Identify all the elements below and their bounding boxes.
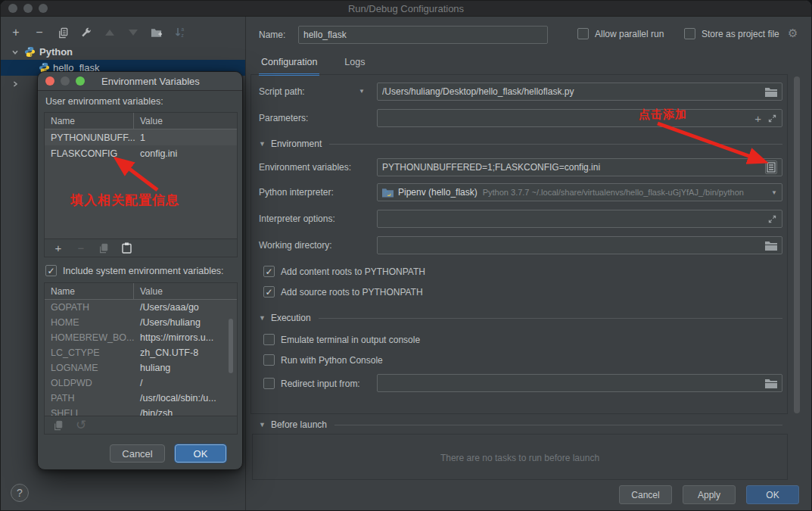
popup-minimize-button[interactable]: [61, 76, 70, 86]
python-interpreter-detail: Python 3.7.7 ~/.local/share/virtualenvs/…: [483, 188, 771, 197]
run-with-python-console-checkbox[interactable]: Run with Python Console: [263, 354, 383, 366]
run-with-python-console-label: Run with Python Console: [281, 355, 383, 366]
edit-environment-variables-button[interactable]: [765, 160, 777, 174]
table-row[interactable]: GOPATH/Users/aaa/go: [45, 300, 237, 315]
python-interpreter-value: Pipenv (hello_flask): [398, 187, 478, 198]
add-content-roots-checkbox[interactable]: ✓ Add content roots to PYTHONPATH: [263, 266, 425, 277]
working-directory-label: Working directory:: [259, 240, 331, 251]
popup-cancel-button[interactable]: Cancel: [110, 444, 165, 463]
include-system-vars-checkbox[interactable]: ✓ Include system environment variables:: [45, 265, 224, 276]
script-path-label: Script path:: [259, 86, 305, 97]
system-vars-toolbar: ↺: [45, 416, 237, 434]
browse-folder-icon[interactable]: [765, 379, 777, 388]
redirect-input-input[interactable]: [377, 374, 782, 392]
checkbox-icon: [263, 334, 275, 345]
table-row[interactable]: PATH/usr/local/sbin:/u...: [45, 391, 237, 406]
name-column-header[interactable]: Name: [45, 113, 134, 129]
environment-variables-input[interactable]: PYTHONUNBUFFERED=1;FLASKCONFIG=config.in…: [377, 158, 782, 176]
popup-zoom-button[interactable]: [76, 76, 85, 86]
chevron-right-icon[interactable]: [10, 80, 20, 88]
help-button[interactable]: ?: [11, 484, 29, 502]
tab-logs[interactable]: Logs: [342, 54, 367, 76]
move-up-icon[interactable]: [104, 26, 116, 39]
allow-parallel-run-checkbox[interactable]: Allow parallel run: [577, 28, 664, 39]
checkbox-checked-icon: ✓: [263, 286, 275, 298]
execution-section-label: Execution: [271, 313, 311, 323]
popup-titlebar: Environment Variables: [38, 72, 242, 91]
table-row[interactable]: HOMEBREW_BO...https://mirrors.u...: [45, 330, 237, 345]
reset-variables-icon[interactable]: ↺: [75, 419, 87, 432]
environment-section-header[interactable]: ▼ Environment: [259, 139, 782, 149]
tree-node-python[interactable]: Python: [1, 44, 245, 60]
name-input[interactable]: hello_flask: [298, 26, 548, 44]
expand-field-icon[interactable]: [767, 214, 777, 224]
table-row[interactable]: FLASKCONFIG config.ini: [45, 145, 237, 161]
add-variable-icon[interactable]: +: [52, 242, 64, 254]
table-scrollbar[interactable]: [229, 319, 233, 373]
name-column-header[interactable]: Name: [45, 283, 134, 299]
paste-variable-icon[interactable]: [120, 242, 132, 254]
pipenv-icon: [382, 188, 394, 198]
user-env-vars-label: User environment variables:: [45, 96, 163, 107]
vertical-scrollbar[interactable]: [794, 76, 800, 413]
redirect-input-checkbox[interactable]: Redirect input from:: [263, 378, 360, 389]
apply-button[interactable]: Apply: [683, 485, 736, 504]
remove-configuration-icon[interactable]: −: [33, 26, 45, 39]
browse-folder-icon[interactable]: [765, 87, 777, 97]
table-row[interactable]: LC_CTYPEzh_CN.UTF-8: [45, 345, 237, 360]
store-as-project-file-checkbox[interactable]: Store as project file: [684, 28, 779, 39]
checkbox-icon: [577, 28, 589, 39]
svg-text:a: a: [182, 26, 185, 32]
value-column-header[interactable]: Value: [134, 286, 237, 297]
sort-configurations-icon[interactable]: az: [174, 26, 186, 39]
store-as-project-file-label: Store as project file: [702, 29, 779, 39]
execution-section-header[interactable]: ▼ Execution: [259, 313, 782, 323]
system-env-vars-table: Name Value GOPATH/Users/aaa/go HOME/User…: [44, 282, 238, 435]
interpreter-options-input[interactable]: [377, 210, 782, 228]
create-folder-icon[interactable]: [151, 26, 163, 39]
working-directory-input[interactable]: [377, 236, 782, 254]
copy-variable-icon[interactable]: [98, 242, 110, 254]
copy-variable-icon[interactable]: [52, 419, 64, 432]
value-column-header[interactable]: Value: [134, 116, 237, 126]
table-row[interactable]: LOGNAMEhuliang: [45, 360, 237, 375]
cancel-button[interactable]: Cancel: [619, 485, 672, 504]
popup-title: Environment Variables: [101, 76, 200, 87]
browse-folder-icon[interactable]: [765, 241, 777, 251]
chevron-down-icon[interactable]: [10, 48, 20, 56]
table-row[interactable]: SHELL/bin/zsh: [45, 406, 237, 416]
help-icon: ?: [17, 487, 23, 499]
add-macro-icon[interactable]: +: [754, 112, 761, 125]
edit-templates-icon[interactable]: [80, 26, 92, 39]
table-row[interactable]: OLDPWD/: [45, 375, 237, 391]
ok-button[interactable]: OK: [746, 485, 799, 504]
tab-configuration[interactable]: Configuration: [259, 54, 319, 76]
popup-ok-button[interactable]: OK: [175, 444, 226, 463]
include-system-vars-label: Include system environment variables:: [63, 266, 224, 276]
remove-variable-icon[interactable]: −: [75, 242, 87, 254]
svg-text:z: z: [182, 33, 184, 38]
titlebar: Run/Debug Configurations: [1, 1, 811, 17]
emulate-terminal-checkbox[interactable]: Emulate terminal in output console: [263, 334, 420, 345]
script-path-value: /Users/huliang/Desktop/hello_flask/hello…: [382, 86, 765, 97]
section-rule: [334, 425, 782, 425]
move-down-icon[interactable]: [127, 26, 139, 39]
parameters-input[interactable]: +: [377, 109, 782, 127]
popup-close-button[interactable]: [45, 76, 54, 86]
configuration-editor: Name: hello_flask Allow parallel run Sto…: [246, 17, 811, 510]
script-path-type-chevron-icon[interactable]: ▼: [359, 88, 365, 95]
environment-variables-label: Environment variables:: [259, 162, 351, 173]
gear-icon[interactable]: ⚙: [788, 26, 798, 40]
add-configuration-icon[interactable]: +: [10, 26, 22, 39]
table-row[interactable]: PYTHONUNBUFF... 1: [45, 129, 237, 145]
copy-configuration-icon[interactable]: [57, 26, 69, 39]
name-label: Name:: [259, 30, 285, 40]
chevron-down-icon[interactable]: ▼: [771, 189, 777, 196]
emulate-terminal-label: Emulate terminal in output console: [281, 335, 420, 345]
add-source-roots-checkbox[interactable]: ✓ Add source roots to PYTHONPATH: [263, 286, 423, 298]
python-interpreter-select[interactable]: Pipenv (hello_flask) Python 3.7.7 ~/.loc…: [377, 183, 782, 201]
table-row[interactable]: HOME/Users/huliang: [45, 315, 237, 330]
expand-field-icon[interactable]: [767, 114, 777, 123]
before-launch-section-header[interactable]: ▼ Before launch: [259, 419, 782, 430]
script-path-input[interactable]: /Users/huliang/Desktop/hello_flask/hello…: [377, 83, 782, 101]
